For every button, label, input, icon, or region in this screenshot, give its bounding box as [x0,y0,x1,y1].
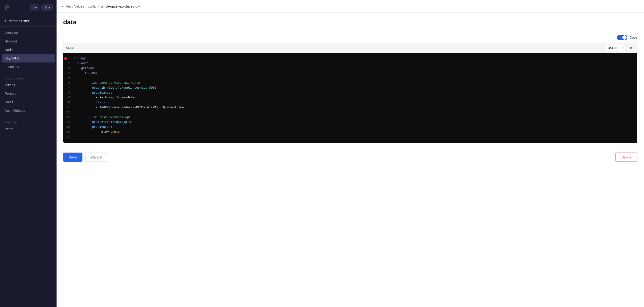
access-controls-label: Access Controls [0,75,56,81]
code-toggle-label: Code [630,36,638,39]
sidebar-item-tokens[interactable]: Tokens [0,81,56,89]
topbar: ‹ Key / Values / config / simple-gateway… [56,0,644,13]
sidebar-item-services[interactable]: Services [0,37,56,46]
code-toggle-row: Code [63,35,638,40]
code-line-14: 14 uri: https://api.ip.sb [63,120,637,125]
line-content-9: - Path=/api/some-data [74,95,637,100]
editor-container: Value JSON YAML HCL Base64 ⧉ [63,43,638,143]
sidebar-header: ? ▾ 👤 ▾ [0,0,56,15]
help-icon: ? [32,6,34,10]
code-toggle-switch[interactable] [617,35,627,40]
line-num-13: 13 [63,115,74,120]
user-chevron: ▾ [48,6,50,10]
line-num-9: 9 [63,95,74,100]
code-line-10: 10 filters: [63,100,637,105]
breadcrumb-sep-2: / [98,5,99,8]
format-select[interactable]: JSON YAML HCL Base64 [606,45,626,51]
breadcrumb-sep-1: / [86,5,86,8]
code-line-4: 4 routes: [63,71,637,76]
sidebar-item-nodes[interactable]: Nodes [0,46,56,54]
page-title: data [63,19,638,26]
line-content-4: routes: [74,71,637,76]
line-num-17: 17 [63,135,74,140]
line-content-13: - id: test-external-api [74,115,637,120]
toolbar-right: JSON YAML HCL Base64 ⧉ [606,45,634,51]
line-num-3: 3 [63,66,74,71]
breadcrumb-current: simple-gateway-shared-gw [100,5,140,8]
cluster-icon: ✦ [4,19,7,23]
line-num-15: 15 [63,125,74,130]
user-button[interactable]: 👤 ▾ [41,5,53,11]
sidebar-item-overview[interactable]: Overview [0,29,56,37]
copy-button[interactable]: ⧉ [628,45,634,51]
logo [4,3,12,12]
code-editor[interactable]: 1 spring: 2 cloud: 3 gateway: 4 [63,53,637,143]
code-line-2: 2 cloud: [63,61,637,66]
breadcrumb-config[interactable]: config [88,5,96,8]
code-line-11: 11 - AddResponseHeader=X-DEMO-GATEWAY, $… [63,105,637,110]
code-line-15: 15 predicates: [63,125,637,130]
header-controls: ? ▾ 👤 ▾ [30,5,53,11]
org-nav: Organization Peers [0,117,56,135]
svg-point-1 [7,7,9,8]
code-line-7: 7 uri: lb:http://example-service:8080 [63,86,637,91]
code-line-8: 8 predicates: [63,91,637,96]
code-line-12: 12 [63,110,637,115]
line-content-15: predicates: [74,125,637,130]
access-controls-nav: Access Controls Tokens Policies Roles Au… [0,73,56,117]
line-content-14: uri: https://api.ip.sb [74,120,637,125]
code-line-1: 1 spring: [63,56,637,61]
line-num-2: 2 [63,61,74,66]
sidebar-item-keyvalue[interactable]: Key/Value [2,54,55,63]
line-num-4: 4 [63,71,74,76]
help-button[interactable]: ? ▾ [30,5,39,11]
line-content-6: - id: demo_service_api_route [74,81,637,86]
line-num-14: 14 [63,120,74,125]
user-icon: 👤 [44,6,48,10]
breadcrumb: ‹ Key / Values / config / simple-gateway… [62,4,140,9]
code-line-3: 3 gateway: [63,66,637,71]
save-button[interactable]: Save [63,153,82,162]
sidebar-item-intentions[interactable]: Intentions [0,63,56,71]
line-content-8: predicates: [74,91,637,96]
delete-button[interactable]: Delete [616,153,638,162]
editor-toolbar: Value JSON YAML HCL Base64 ⧉ [63,43,637,53]
line-content-10: filters: [74,100,637,105]
format-select-wrapper[interactable]: JSON YAML HCL Base64 [606,45,626,51]
code-line-5: 5 [63,76,637,81]
content-area: data Code Value JSON YAML HCL Base64 [56,13,644,307]
sidebar-item-policies[interactable]: Policies [0,89,56,98]
line-content-7: uri: lb:http://example-service:8080 [74,86,637,91]
line-num-10: 10 [63,100,74,105]
line-num-5: 5 [63,76,74,81]
main-nav: Overview Services Nodes Key/Value Intent… [0,27,56,73]
main-content: ‹ Key / Values / config / simple-gateway… [56,0,644,307]
footer-left-actions: Save Cancel [63,153,108,162]
line-num-8: 8 [63,91,74,96]
line-num-7: 7 [63,86,74,91]
sidebar: ? ▾ 👤 ▾ ✦ demo-cluster Overview Services… [0,0,56,307]
svg-point-2 [8,5,9,6]
help-chevron: ▾ [35,6,37,10]
code-line-6: 6 - id: demo_service_api_route [63,81,637,86]
divider [63,30,638,30]
back-arrow-icon[interactable]: ‹ [62,4,63,9]
line-content-1: spring: [74,56,637,61]
sidebar-item-roles[interactable]: Roles [0,98,56,106]
error-dot [64,57,67,60]
line-content-11: - AddResponseHeader=X-DEMO-GATEWAY, ${vm… [74,105,637,110]
line-content-2: cloud: [74,61,637,66]
line-num-11: 11 [63,105,74,110]
sidebar-item-peers[interactable]: Peers [0,125,56,133]
sidebar-item-auth-methods[interactable]: Auth Methods [0,106,56,115]
org-label: Organization [0,119,56,125]
copy-icon: ⧉ [630,46,632,50]
line-content-16: - Path=/geoip [74,130,637,135]
code-line-9: 9 - Path=/api/some-data [63,95,637,100]
cancel-button[interactable]: Cancel [85,153,108,162]
code-line-17: 17 [63,135,637,140]
cluster-name: demo-cluster [9,19,29,23]
value-label: Value [66,46,74,50]
line-num-16: 16 [63,130,74,135]
breadcrumb-keyvalues[interactable]: Key / Values [66,5,84,8]
